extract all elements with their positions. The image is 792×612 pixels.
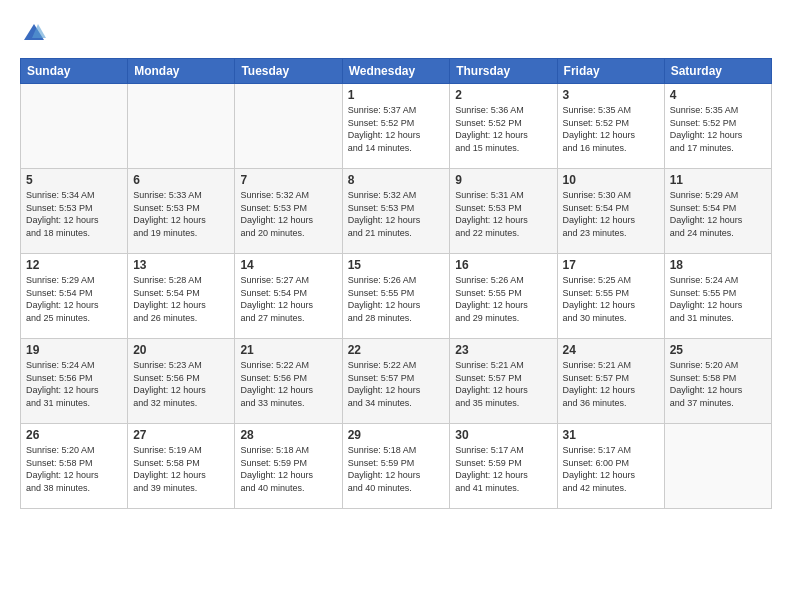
calendar-cell: 19Sunrise: 5:24 AM Sunset: 5:56 PM Dayli… bbox=[21, 339, 128, 424]
logo-icon bbox=[20, 20, 48, 48]
calendar-cell: 6Sunrise: 5:33 AM Sunset: 5:53 PM Daylig… bbox=[128, 169, 235, 254]
page-container: SundayMondayTuesdayWednesdayThursdayFrid… bbox=[0, 0, 792, 519]
calendar-week-1: 1Sunrise: 5:37 AM Sunset: 5:52 PM Daylig… bbox=[21, 84, 772, 169]
day-info: Sunrise: 5:36 AM Sunset: 5:52 PM Dayligh… bbox=[455, 104, 551, 154]
calendar-cell: 7Sunrise: 5:32 AM Sunset: 5:53 PM Daylig… bbox=[235, 169, 342, 254]
day-info: Sunrise: 5:18 AM Sunset: 5:59 PM Dayligh… bbox=[348, 444, 445, 494]
day-number: 26 bbox=[26, 428, 122, 442]
calendar-week-3: 12Sunrise: 5:29 AM Sunset: 5:54 PM Dayli… bbox=[21, 254, 772, 339]
day-info: Sunrise: 5:22 AM Sunset: 5:56 PM Dayligh… bbox=[240, 359, 336, 409]
calendar-cell: 12Sunrise: 5:29 AM Sunset: 5:54 PM Dayli… bbox=[21, 254, 128, 339]
day-number: 22 bbox=[348, 343, 445, 357]
day-number: 16 bbox=[455, 258, 551, 272]
calendar-cell: 26Sunrise: 5:20 AM Sunset: 5:58 PM Dayli… bbox=[21, 424, 128, 509]
day-number: 12 bbox=[26, 258, 122, 272]
calendar-cell: 1Sunrise: 5:37 AM Sunset: 5:52 PM Daylig… bbox=[342, 84, 450, 169]
day-number: 27 bbox=[133, 428, 229, 442]
calendar-cell: 31Sunrise: 5:17 AM Sunset: 6:00 PM Dayli… bbox=[557, 424, 664, 509]
day-number: 7 bbox=[240, 173, 336, 187]
day-number: 4 bbox=[670, 88, 766, 102]
day-info: Sunrise: 5:30 AM Sunset: 5:54 PM Dayligh… bbox=[563, 189, 659, 239]
day-number: 10 bbox=[563, 173, 659, 187]
day-number: 11 bbox=[670, 173, 766, 187]
calendar-cell bbox=[664, 424, 771, 509]
calendar-header-sunday: Sunday bbox=[21, 59, 128, 84]
calendar-header-thursday: Thursday bbox=[450, 59, 557, 84]
day-info: Sunrise: 5:28 AM Sunset: 5:54 PM Dayligh… bbox=[133, 274, 229, 324]
calendar-cell: 9Sunrise: 5:31 AM Sunset: 5:53 PM Daylig… bbox=[450, 169, 557, 254]
logo bbox=[20, 20, 52, 48]
day-number: 20 bbox=[133, 343, 229, 357]
calendar-week-2: 5Sunrise: 5:34 AM Sunset: 5:53 PM Daylig… bbox=[21, 169, 772, 254]
day-info: Sunrise: 5:35 AM Sunset: 5:52 PM Dayligh… bbox=[563, 104, 659, 154]
calendar-cell: 22Sunrise: 5:22 AM Sunset: 5:57 PM Dayli… bbox=[342, 339, 450, 424]
calendar-cell: 3Sunrise: 5:35 AM Sunset: 5:52 PM Daylig… bbox=[557, 84, 664, 169]
calendar-cell: 29Sunrise: 5:18 AM Sunset: 5:59 PM Dayli… bbox=[342, 424, 450, 509]
day-number: 6 bbox=[133, 173, 229, 187]
calendar-cell: 10Sunrise: 5:30 AM Sunset: 5:54 PM Dayli… bbox=[557, 169, 664, 254]
day-info: Sunrise: 5:21 AM Sunset: 5:57 PM Dayligh… bbox=[455, 359, 551, 409]
day-number: 19 bbox=[26, 343, 122, 357]
day-info: Sunrise: 5:26 AM Sunset: 5:55 PM Dayligh… bbox=[455, 274, 551, 324]
day-number: 1 bbox=[348, 88, 445, 102]
calendar-cell: 17Sunrise: 5:25 AM Sunset: 5:55 PM Dayli… bbox=[557, 254, 664, 339]
calendar-header-monday: Monday bbox=[128, 59, 235, 84]
day-number: 28 bbox=[240, 428, 336, 442]
day-number: 3 bbox=[563, 88, 659, 102]
calendar-cell: 20Sunrise: 5:23 AM Sunset: 5:56 PM Dayli… bbox=[128, 339, 235, 424]
calendar-cell: 21Sunrise: 5:22 AM Sunset: 5:56 PM Dayli… bbox=[235, 339, 342, 424]
day-info: Sunrise: 5:33 AM Sunset: 5:53 PM Dayligh… bbox=[133, 189, 229, 239]
calendar-cell: 11Sunrise: 5:29 AM Sunset: 5:54 PM Dayli… bbox=[664, 169, 771, 254]
day-info: Sunrise: 5:37 AM Sunset: 5:52 PM Dayligh… bbox=[348, 104, 445, 154]
day-info: Sunrise: 5:17 AM Sunset: 6:00 PM Dayligh… bbox=[563, 444, 659, 494]
calendar-cell: 24Sunrise: 5:21 AM Sunset: 5:57 PM Dayli… bbox=[557, 339, 664, 424]
day-info: Sunrise: 5:27 AM Sunset: 5:54 PM Dayligh… bbox=[240, 274, 336, 324]
day-number: 2 bbox=[455, 88, 551, 102]
calendar-week-4: 19Sunrise: 5:24 AM Sunset: 5:56 PM Dayli… bbox=[21, 339, 772, 424]
day-number: 23 bbox=[455, 343, 551, 357]
calendar-cell: 4Sunrise: 5:35 AM Sunset: 5:52 PM Daylig… bbox=[664, 84, 771, 169]
day-info: Sunrise: 5:29 AM Sunset: 5:54 PM Dayligh… bbox=[670, 189, 766, 239]
day-number: 31 bbox=[563, 428, 659, 442]
calendar: SundayMondayTuesdayWednesdayThursdayFrid… bbox=[20, 58, 772, 509]
day-info: Sunrise: 5:26 AM Sunset: 5:55 PM Dayligh… bbox=[348, 274, 445, 324]
calendar-header-friday: Friday bbox=[557, 59, 664, 84]
day-number: 17 bbox=[563, 258, 659, 272]
calendar-cell: 15Sunrise: 5:26 AM Sunset: 5:55 PM Dayli… bbox=[342, 254, 450, 339]
day-info: Sunrise: 5:24 AM Sunset: 5:56 PM Dayligh… bbox=[26, 359, 122, 409]
day-info: Sunrise: 5:18 AM Sunset: 5:59 PM Dayligh… bbox=[240, 444, 336, 494]
calendar-cell bbox=[128, 84, 235, 169]
day-info: Sunrise: 5:32 AM Sunset: 5:53 PM Dayligh… bbox=[240, 189, 336, 239]
day-number: 5 bbox=[26, 173, 122, 187]
day-info: Sunrise: 5:20 AM Sunset: 5:58 PM Dayligh… bbox=[670, 359, 766, 409]
calendar-cell: 2Sunrise: 5:36 AM Sunset: 5:52 PM Daylig… bbox=[450, 84, 557, 169]
day-number: 25 bbox=[670, 343, 766, 357]
day-info: Sunrise: 5:31 AM Sunset: 5:53 PM Dayligh… bbox=[455, 189, 551, 239]
day-number: 14 bbox=[240, 258, 336, 272]
day-number: 29 bbox=[348, 428, 445, 442]
calendar-week-5: 26Sunrise: 5:20 AM Sunset: 5:58 PM Dayli… bbox=[21, 424, 772, 509]
day-info: Sunrise: 5:34 AM Sunset: 5:53 PM Dayligh… bbox=[26, 189, 122, 239]
calendar-cell bbox=[21, 84, 128, 169]
day-info: Sunrise: 5:23 AM Sunset: 5:56 PM Dayligh… bbox=[133, 359, 229, 409]
day-number: 21 bbox=[240, 343, 336, 357]
calendar-cell: 5Sunrise: 5:34 AM Sunset: 5:53 PM Daylig… bbox=[21, 169, 128, 254]
day-info: Sunrise: 5:22 AM Sunset: 5:57 PM Dayligh… bbox=[348, 359, 445, 409]
day-info: Sunrise: 5:17 AM Sunset: 5:59 PM Dayligh… bbox=[455, 444, 551, 494]
calendar-cell: 13Sunrise: 5:28 AM Sunset: 5:54 PM Dayli… bbox=[128, 254, 235, 339]
calendar-cell: 27Sunrise: 5:19 AM Sunset: 5:58 PM Dayli… bbox=[128, 424, 235, 509]
day-info: Sunrise: 5:24 AM Sunset: 5:55 PM Dayligh… bbox=[670, 274, 766, 324]
header bbox=[20, 20, 772, 48]
day-number: 30 bbox=[455, 428, 551, 442]
calendar-cell: 14Sunrise: 5:27 AM Sunset: 5:54 PM Dayli… bbox=[235, 254, 342, 339]
calendar-cell: 18Sunrise: 5:24 AM Sunset: 5:55 PM Dayli… bbox=[664, 254, 771, 339]
day-info: Sunrise: 5:20 AM Sunset: 5:58 PM Dayligh… bbox=[26, 444, 122, 494]
calendar-header-tuesday: Tuesday bbox=[235, 59, 342, 84]
day-info: Sunrise: 5:21 AM Sunset: 5:57 PM Dayligh… bbox=[563, 359, 659, 409]
calendar-header-saturday: Saturday bbox=[664, 59, 771, 84]
day-number: 8 bbox=[348, 173, 445, 187]
day-info: Sunrise: 5:25 AM Sunset: 5:55 PM Dayligh… bbox=[563, 274, 659, 324]
day-number: 9 bbox=[455, 173, 551, 187]
day-info: Sunrise: 5:29 AM Sunset: 5:54 PM Dayligh… bbox=[26, 274, 122, 324]
calendar-cell: 8Sunrise: 5:32 AM Sunset: 5:53 PM Daylig… bbox=[342, 169, 450, 254]
